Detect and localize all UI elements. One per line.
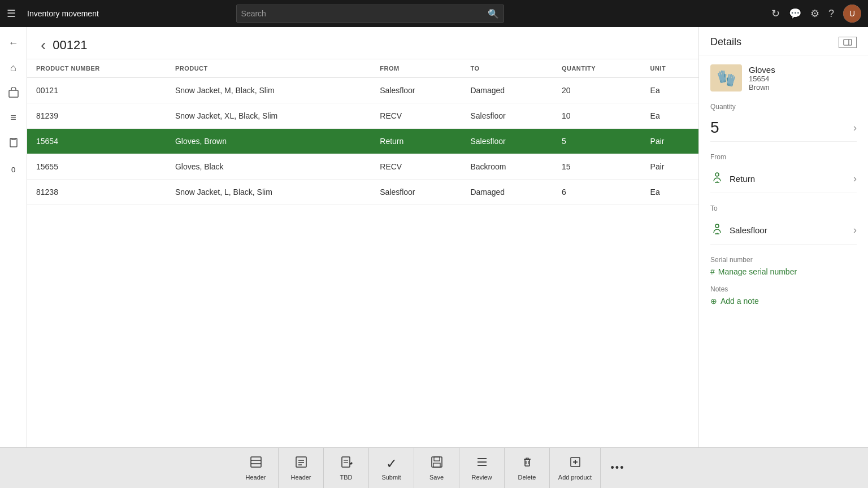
table-cell: Backroom (461, 154, 552, 180)
product-color: Brown (749, 83, 775, 91)
toolbar-save-icon (431, 456, 443, 472)
sidebar: ← ⌂ ≡ 0 (0, 27, 27, 447)
toolbar-more-button[interactable]: ••• (601, 448, 635, 489)
table-cell: Snow Jacket, XL, Black, Slim (166, 103, 371, 129)
table-cell: Snow Jacket, L, Black, Slim (166, 180, 371, 205)
table-row[interactable]: 81239Snow Jacket, XL, Black, SlimRECVSal… (27, 103, 698, 129)
toolbar-add-product-label: Add product (558, 474, 592, 481)
table-row[interactable]: 15655Gloves, BlackRECVBackroom15Pair (27, 154, 698, 180)
table-cell: 20 (553, 78, 641, 103)
table-cell: Pair (641, 154, 698, 180)
toolbar-more-icon: ••• (611, 462, 625, 474)
add-note-text: Add a note (721, 297, 759, 306)
toolbar-tbd-icon (340, 456, 353, 472)
search-input[interactable] (241, 9, 488, 18)
from-location-row[interactable]: Return › (710, 164, 857, 193)
from-location-icon (710, 170, 724, 187)
svg-rect-17 (342, 457, 350, 467)
help-icon[interactable]: ? (828, 8, 834, 20)
table-cell: RECV (371, 103, 461, 129)
table-cell: Snow Jacket, M, Black, Slim (166, 78, 371, 103)
sidebar-menu-icon[interactable]: ≡ (2, 106, 25, 129)
bottom-toolbar: Header Header TBD ✓ Submit (0, 447, 868, 488)
chat-icon[interactable]: 💬 (789, 7, 801, 20)
sidebar-home-icon[interactable]: ⌂ (2, 56, 25, 79)
product-card: 🧤 Gloves 15654 Brown (710, 64, 857, 91)
svg-rect-0 (9, 90, 18, 97)
sidebar-back-icon[interactable]: ← (2, 32, 25, 54)
product-thumbnail: 🧤 (710, 64, 742, 91)
to-location-row[interactable]: Salesfloor › (710, 216, 857, 245)
toolbar-delete-icon (521, 456, 533, 472)
toolbar-header1-button[interactable]: Header (233, 448, 279, 489)
from-location-left: Return (710, 170, 755, 187)
sidebar-box-icon[interactable] (2, 81, 25, 104)
toolbar-review-button[interactable]: Review (459, 448, 505, 489)
quantity-label: Quantity (710, 103, 857, 111)
to-chevron-icon: › (853, 224, 857, 236)
col-unit: UNIT (641, 59, 698, 78)
toolbar-add-product-icon (569, 456, 581, 472)
quantity-row[interactable]: 5 › (710, 114, 857, 142)
serial-number-section: Serial number # Manage serial number (710, 256, 857, 276)
add-note-button[interactable]: ⊕ Add a note (710, 297, 857, 306)
page-header: ‹ 00121 (27, 27, 698, 59)
table-row[interactable]: 15654Gloves, BrownReturnSalesfloor5Pair (27, 129, 698, 154)
toolbar-header1-label: Header (245, 474, 266, 481)
toolbar-header2-icon (295, 456, 307, 472)
toolbar-submit-button[interactable]: ✓ Submit (369, 448, 414, 489)
table-cell: 15654 (27, 129, 166, 154)
table-cell: Salesfloor (371, 78, 461, 103)
table-cell: 81238 (27, 180, 166, 205)
manage-serial-number-link[interactable]: # Manage serial number (710, 267, 857, 276)
toolbar-tbd-label: TBD (340, 474, 353, 481)
avatar[interactable]: U (843, 5, 861, 23)
quantity-chevron-icon: › (853, 122, 857, 134)
svg-rect-13 (296, 457, 306, 467)
settings-icon[interactable]: ⚙ (810, 7, 819, 20)
product-info: Gloves 15654 Brown (749, 65, 775, 91)
table-cell: 5 (553, 129, 641, 154)
details-header: Details (699, 27, 868, 55)
to-location-left: Salesfloor (710, 221, 767, 238)
table-row[interactable]: 00121Snow Jacket, M, Black, SlimSalesflo… (27, 78, 698, 103)
page-back-button[interactable]: ‹ (41, 36, 46, 54)
table-cell: Return (371, 129, 461, 154)
table-cell: 15 (553, 154, 641, 180)
hamburger-icon[interactable]: ☰ (7, 7, 16, 20)
table-row[interactable]: 81238Snow Jacket, L, Black, SlimSalesflo… (27, 180, 698, 205)
table-cell: 15655 (27, 154, 166, 180)
toolbar-submit-label: Submit (381, 474, 401, 481)
toolbar-tbd-button[interactable]: TBD (324, 448, 369, 489)
details-body: 🧤 Gloves 15654 Brown Quantity 5 › From (699, 55, 868, 324)
search-icon[interactable]: 🔍 (488, 8, 499, 19)
toolbar-header2-button[interactable]: Header (279, 448, 324, 489)
details-panel: Details 🧤 Gloves 15654 Brown Quant (698, 27, 868, 447)
table-cell: Damaged (461, 78, 552, 103)
sidebar-clipboard-icon[interactable] (2, 131, 25, 154)
main-layout: ← ⌂ ≡ 0 ‹ 00121 (0, 27, 868, 447)
toolbar-save-label: Save (429, 474, 444, 481)
manage-serial-number-text: Manage serial number (718, 267, 797, 276)
svg-rect-22 (433, 463, 440, 467)
to-label: To (710, 204, 857, 212)
content-area: ‹ 00121 PRODUCT NUMBER PRODUCT FROM TO Q… (27, 27, 698, 447)
avatar-initials: U (843, 5, 861, 23)
toolbar-add-product-button[interactable]: Add product (550, 448, 601, 489)
toolbar-save-button[interactable]: Save (414, 448, 459, 489)
svg-rect-10 (251, 457, 261, 467)
details-expand-button[interactable] (839, 37, 857, 48)
table-cell: Salesfloor (461, 103, 552, 129)
details-title: Details (710, 36, 741, 48)
svg-point-4 (715, 173, 719, 176)
toolbar-review-label: Review (471, 474, 492, 481)
svg-rect-21 (434, 457, 440, 461)
svg-rect-26 (525, 459, 530, 466)
page-title: 00121 (53, 38, 87, 53)
toolbar-delete-button[interactable]: Delete (505, 448, 550, 489)
search-bar: 🔍 (236, 5, 504, 23)
toolbar-header2-label: Header (290, 474, 311, 481)
hash-icon: # (710, 267, 715, 276)
refresh-icon[interactable]: ↻ (771, 7, 780, 20)
app-title: Inventory movement (27, 9, 99, 18)
